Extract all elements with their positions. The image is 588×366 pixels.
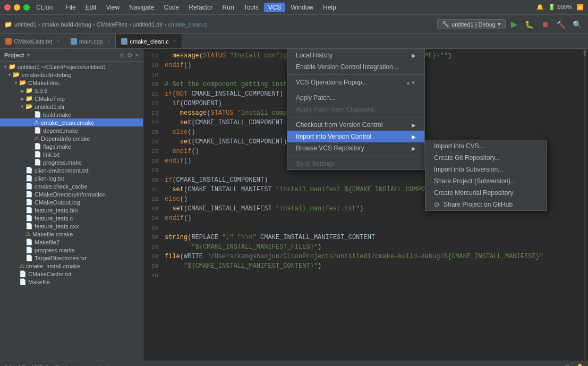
arrow-root: ▼	[2, 64, 8, 70]
search-button[interactable]: 🔍	[570, 19, 584, 30]
tree-label-cmake-cache: CMakeCache.txt	[28, 271, 71, 277]
notification-icon[interactable]: 🔔	[536, 4, 544, 11]
tree-item-makefile-cmake[interactable]: ▶ ⚠ Makefile.cmake	[0, 230, 143, 238]
project-icon: 📁	[4, 21, 12, 28]
menu-run[interactable]: Run	[218, 3, 238, 12]
submenu-create-mercurial[interactable]: Create Mercurial Repository	[425, 187, 547, 199]
code-line-37: 37 "${CMAKE_INSTALL_MANIFEST_FILES}")	[143, 242, 588, 252]
file-icon-makefile2: 📄	[25, 239, 33, 245]
tree-item-feature-tests-c[interactable]: ▶ 📄 feature_tests.c	[0, 214, 143, 222]
apply-patch-clipboard-label: Apply Patch from Clipboard...	[296, 106, 379, 113]
menu-browse-vcs[interactable]: Browse VCS Repository ▶	[287, 142, 424, 154]
tree-item-cmake-dir-info[interactable]: ▶ 📄 CMakeDirectoryInformation	[0, 190, 143, 198]
vcs-dropdown[interactable]: Local History ▶ Enable Version Control I…	[287, 49, 425, 170]
tree-label-cmake-clean-cmake: cmake_clean.cmake	[41, 120, 94, 126]
menu-local-history[interactable]: Local History ▶	[287, 49, 424, 61]
tab-cmakelists[interactable]: CMakeLists.txt ×	[0, 34, 65, 49]
status-lf: LF	[19, 364, 25, 367]
warn-icon-dependinfo: ⚠	[34, 135, 39, 142]
import-vcs-submenu[interactable]: Import into CVS... Create Git Repository…	[425, 140, 547, 211]
tree-item-cmake-clean-cmake[interactable]: ▶ ⚠ cmake_clean.cmake	[0, 118, 143, 126]
code-editor[interactable]: ✓ 17 message(STATUS "Install configurati…	[143, 49, 588, 361]
close-button[interactable]	[4, 4, 11, 11]
project-dropdown-arrow[interactable]: ▼	[26, 53, 31, 58]
sidebar-settings-icon[interactable]: ⚙	[127, 52, 133, 59]
stop-button[interactable]: ⏹	[539, 19, 551, 30]
menu-tools[interactable]: Tools	[240, 3, 263, 12]
submenu-share-svn[interactable]: Share Project (Subversion)...	[425, 175, 547, 187]
menu-vcs-operations-popup[interactable]: VCS Operations Popup... ▲▼	[287, 76, 424, 88]
tree-item-link-txt[interactable]: ▶ 📄 link.txt	[0, 150, 143, 158]
submenu-create-git[interactable]: Create Git Repository...	[425, 152, 547, 164]
tree-item-depend-make[interactable]: ▶ 📄 depend.make	[0, 126, 143, 134]
tree-item-makefile[interactable]: ▶ 📄 Makefile	[0, 278, 143, 286]
tree-item-feature-tests-cxx[interactable]: ▶ 📄 feature_tests.cxx	[0, 222, 143, 230]
tree-item-makefile2[interactable]: ▶ 📄 Makefile2	[0, 238, 143, 246]
menu-import-vcs[interactable]: Import into Version Control ▶	[287, 131, 424, 142]
menu-checkout-vcs[interactable]: Checkout from Version Control ▶	[287, 119, 424, 131]
sidebar-locate-icon[interactable]: ⊙	[120, 52, 125, 59]
submenu-share-github[interactable]: ⊙ Share Project on GitHub	[425, 199, 547, 210]
project-sidebar: Project ▼ ⊙ ⚙ × ▼ 📁 untitled1 ~/CLionPro…	[0, 49, 143, 361]
menu-refactor[interactable]: Refactor	[184, 3, 217, 12]
menu-enable-vcs[interactable]: Enable Version Control Integration...	[287, 61, 424, 73]
tab-close-maincpp[interactable]: ×	[107, 38, 110, 44]
tree-item-cmake-build-debug[interactable]: ▼ 📂 cmake-build-debug	[0, 71, 143, 79]
tree-item-progress-make[interactable]: ▶ 📄 progress.make	[0, 158, 143, 166]
tree-item-clion-env[interactable]: ▶ 📄 clion-environment.txt	[0, 166, 143, 174]
tree-item-feature-tests-bin[interactable]: ▶ 📄 feature_tests.bin	[0, 206, 143, 214]
tree-item-cmaketmp[interactable]: ▶ 📁 CMakeTmp	[0, 95, 143, 103]
debug-button[interactable]: 🐛	[523, 19, 536, 30]
statusbar-icon-1[interactable]: ⚙	[565, 363, 570, 366]
submenu-import-cvs[interactable]: Import into CVS...	[425, 140, 547, 152]
warn-icon-makefile-cmake: ⚠	[25, 231, 31, 237]
menu-vcs[interactable]: VCS	[264, 3, 286, 12]
warn-icon-cmake-install: ⚠	[19, 262, 24, 269]
tab-cmake-clean[interactable]: cmake_clean.c ×	[116, 34, 182, 49]
code-line-38: 38 file(WRITE "/Users/kangshaojun/CLionP…	[143, 252, 588, 261]
menu-help[interactable]: Help	[319, 3, 340, 12]
tree-item-flags-make[interactable]: ▶ 📄 flags.make	[0, 142, 143, 150]
minimize-button[interactable]	[14, 4, 20, 11]
tree-label-makefile-cmake: Makefile.cmake	[32, 231, 73, 237]
statusbar-icon-2[interactable]: 🔔	[576, 363, 584, 366]
build-button[interactable]: 🔨	[554, 19, 567, 30]
menu-code[interactable]: Code	[160, 3, 184, 12]
sidebar-close-icon[interactable]: ×	[135, 52, 139, 59]
tree-item-396[interactable]: ▶ 📁 3.9.6	[0, 87, 143, 95]
tree-item-root[interactable]: ▼ 📁 untitled1 ~/CLionProjects/untitled1	[0, 63, 143, 71]
menu-window[interactable]: Window	[286, 3, 318, 12]
tab-close-cmake-clean[interactable]: ×	[173, 38, 176, 44]
menu-edit[interactable]: Edit	[81, 3, 101, 12]
tree-item-cmake-check-cache[interactable]: ▶ 📄 cmake.check_cache	[0, 182, 143, 190]
menu-view[interactable]: View	[101, 3, 124, 12]
titlebar: CLion File Edit View Navigate Code Refac…	[0, 0, 588, 15]
tree-item-cmakefiles[interactable]: ▼ 📂 CMakeFiles	[0, 79, 143, 87]
tree-item-build-make[interactable]: ▶ 📄 build.make	[0, 110, 143, 118]
tree-label-396: 3.9.6	[35, 88, 47, 94]
submenu-import-svn[interactable]: Import into Subversion...	[425, 164, 547, 175]
tree-item-target-dirs[interactable]: ▶ 📄 TargetDirectories.txt	[0, 254, 143, 262]
menu-file[interactable]: File	[61, 3, 80, 12]
maximize-button[interactable]	[23, 4, 30, 11]
tree-item-progress-marks[interactable]: ▶ 📄 progress.marks	[0, 246, 143, 254]
tree-item-cmake-cache[interactable]: ▶ 📄 CMakeCache.txt	[0, 270, 143, 278]
tree-item-clion-log[interactable]: ▶ 📄 clion-log.txt	[0, 174, 143, 182]
toolbar: 📁 untitled1 › cmake-build-debug › CMakeF…	[0, 15, 588, 34]
menu-navigate[interactable]: Navigate	[125, 3, 158, 12]
tree-label-progress-marks: progress.marks	[35, 247, 75, 253]
tab-close-cmakelists[interactable]: ×	[56, 38, 59, 44]
config-selector[interactable]: 🔧 untitled1 | Debug ▾	[437, 19, 506, 29]
tree-label-cmakefiles: CMakeFiles	[28, 80, 59, 86]
tree-label-cmake-install-cmake: cmake_install.cmake	[26, 263, 80, 269]
tree-item-cmake-install-cmake[interactable]: ▶ ⚠ cmake_install.cmake	[0, 262, 143, 270]
folder-icon-cmaketmp: 📁	[25, 95, 33, 102]
tree-item-dependinfo-cmake[interactable]: ▶ ⚠ DependInfo.cmake	[0, 134, 143, 142]
enable-vcs-label: Enable Version Control Integration...	[296, 63, 398, 71]
tree-item-untitled1dir[interactable]: ▼ 📂 untitled1.dir	[0, 103, 143, 110]
tab-maincpp[interactable]: main.cpp ×	[65, 34, 116, 49]
tree-label-feature-tests-c: feature_tests.c	[35, 215, 73, 222]
run-button[interactable]: ▶	[509, 18, 519, 30]
tree-item-cmake-output-log[interactable]: ▶ 📄 CMakeOutput.log	[0, 198, 143, 206]
menu-apply-patch[interactable]: Apply Patch...	[287, 92, 424, 104]
